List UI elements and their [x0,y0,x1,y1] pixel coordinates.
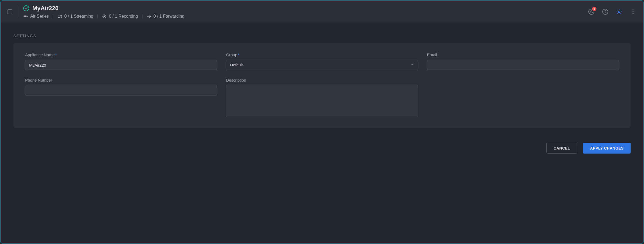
forwarding-icon [147,14,151,19]
email-input[interactable] [427,60,619,70]
alert-badge: 1 [592,7,596,11]
phone-label: Phone Number [25,78,217,82]
svg-point-10 [632,9,634,10]
settings-panel: Appliance Name* Group* Default Email [13,43,631,128]
settings-button[interactable] [616,8,623,15]
recording-icon [102,14,107,19]
email-label: Email [427,52,619,57]
more-vertical-icon [630,9,636,15]
description-input[interactable] [226,85,418,117]
info-button[interactable] [602,8,609,15]
field-phone: Phone Number [25,78,217,117]
separator [18,6,18,18]
device-title: MyAir220 [32,5,59,12]
svg-rect-0 [24,16,27,17]
info-icon [602,9,608,15]
section-title: SETTINGS [13,34,631,38]
forwarding-label: 0 / 1 Forwarding [154,14,185,19]
cancel-button[interactable]: CANCEL [546,143,577,154]
status-ok-icon [23,5,29,11]
field-appliance-name: Appliance Name* [25,52,217,70]
svg-rect-2 [58,15,60,18]
svg-rect-1 [27,16,28,17]
gear-icon [616,9,622,15]
app-frame: MyAir220 Air Series | 0 / 1 Streaming | … [1,1,643,243]
series-label: Air Series [30,14,49,19]
group-label: Group* [226,52,418,57]
body-area: SETTINGS Appliance Name* Group* Default [1,22,643,243]
forwarding-stat: 0 / 1 Forwarding [147,14,185,19]
more-menu-button[interactable] [630,8,637,15]
field-group: Group* Default [226,52,418,70]
header-actions: 1 [588,8,637,15]
recording-label: 0 / 1 Recording [109,14,138,19]
stats-row: Air Series | 0 / 1 Streaming | 0 / 1 Rec… [23,14,582,19]
series-chip: Air Series [23,14,49,19]
group-select[interactable]: Default [226,60,418,70]
apply-changes-button[interactable]: APPLY CHANGES [583,143,631,154]
description-label: Description [226,78,418,82]
select-checkbox[interactable] [7,9,12,14]
streaming-icon [57,14,62,19]
form-grid: Appliance Name* Group* Default Email [25,52,619,117]
header-bar: MyAir220 Air Series | 0 / 1 Streaming | … [1,1,643,22]
field-email: Email [427,52,619,70]
field-description: Description [226,78,418,117]
svg-point-11 [632,11,634,12]
appliance-name-input[interactable] [25,60,217,70]
actions-row: CANCEL APPLY CHANGES [13,143,631,154]
svg-point-8 [605,10,605,11]
streaming-stat: 0 / 1 Streaming [57,14,94,19]
svg-point-9 [618,11,620,13]
streaming-label: 0 / 1 Streaming [64,14,94,19]
svg-point-12 [632,13,634,14]
recording-stat: 0 / 1 Recording [102,14,138,19]
title-block: MyAir220 Air Series | 0 / 1 Streaming | … [23,5,582,19]
svg-point-4 [104,16,105,17]
appliance-name-label: Appliance Name* [25,52,217,57]
phone-input[interactable] [25,85,217,96]
device-icon [23,14,28,19]
alerts-button[interactable]: 1 [588,8,595,15]
